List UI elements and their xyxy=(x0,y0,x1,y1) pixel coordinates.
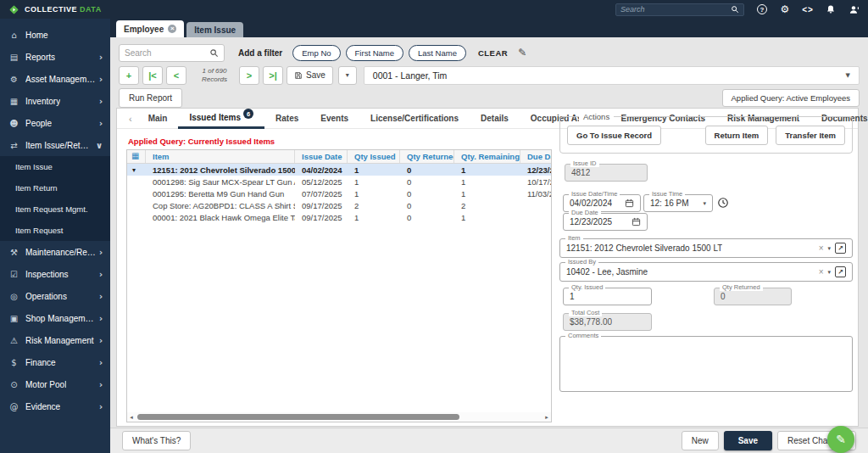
whats-this-button[interactable]: What's This? xyxy=(122,431,191,450)
clock-icon[interactable] xyxy=(717,197,729,212)
sidebar-item-risk-management[interactable]: ⚠Risk Management› xyxy=(0,329,110,351)
global-search[interactable] xyxy=(615,3,744,16)
sidebar-item-item-request[interactable]: Item Request xyxy=(0,220,110,241)
table-row[interactable]: 0001295: Beretta M9 Gun Hand Gun 07/07/2… xyxy=(127,187,552,199)
sidebar-item-shop-management[interactable]: ▣Shop Management› xyxy=(0,307,110,329)
previous-record-button[interactable]: < xyxy=(166,66,186,85)
code-icon[interactable]: <> xyxy=(802,3,814,15)
sidebar-item-operations[interactable]: ◎Operations› xyxy=(0,285,110,307)
asset-management-icon: ⚙ xyxy=(8,75,20,84)
notifications-bell-icon[interactable] xyxy=(825,3,837,15)
horizontal-scrollbar[interactable]: ◂ ▸ xyxy=(126,412,552,422)
record-search-input[interactable] xyxy=(125,48,209,58)
calendar-icon[interactable] xyxy=(625,199,634,208)
help-icon[interactable]: ? xyxy=(756,3,768,15)
search-icon[interactable] xyxy=(209,48,219,58)
column-header-item[interactable]: Item xyxy=(146,150,295,163)
combobox-arrow-icon[interactable]: ▼ xyxy=(846,72,850,79)
save-options-dropdown[interactable]: ▾ xyxy=(338,66,357,85)
table-row[interactable]: Cop Store: AG20BPD1: CLASS A Shirt Small… xyxy=(127,199,552,211)
item-dropdown-icon[interactable]: ▾ xyxy=(827,245,831,252)
scrollbar-thumb[interactable] xyxy=(137,414,459,420)
column-header-qty-issued[interactable]: Qty Issued xyxy=(348,150,400,163)
global-search-input[interactable] xyxy=(620,5,731,14)
chevron-down-icon: ∨ xyxy=(92,141,103,150)
qty-issued-field[interactable]: Qty. Issued 1 xyxy=(563,288,652,305)
sidebar-item-item-issue-return[interactable]: ⇄Item Issue/Return∨ xyxy=(0,134,110,156)
sidebar-item-people[interactable]: ☻People› xyxy=(0,112,110,134)
sidebar-item-item-request-mgmt[interactable]: Item Request Mgmt. xyxy=(0,199,110,220)
table-row[interactable]: ▾ 12151: 2012 Chevrolet Silverado 1500 L… xyxy=(127,164,552,176)
user-account-icon[interactable] xyxy=(848,3,860,15)
sidebar-item-evidence[interactable]: @Evidence› xyxy=(0,395,110,417)
clear-issued-by-icon[interactable]: × xyxy=(819,267,824,277)
sidebar-item-inventory[interactable]: ▦Inventory› xyxy=(0,90,110,112)
return-item-button[interactable]: Return Item xyxy=(705,126,769,145)
comments-textarea[interactable] xyxy=(560,337,852,391)
tab-license-certifications[interactable]: License/Certifications xyxy=(359,109,470,129)
save-button[interactable]: Save xyxy=(724,431,772,450)
tab-details[interactable]: Details xyxy=(470,109,520,129)
sidebar-item-inspections[interactable]: ☑Inspections› xyxy=(0,263,110,285)
first-record-button[interactable]: |< xyxy=(142,66,163,85)
table-row[interactable]: 00001: 2021 Black Hawk Omega Elite Tacti… xyxy=(127,211,552,223)
comments-field[interactable]: Comments xyxy=(559,336,853,392)
tab-rates[interactable]: Rates xyxy=(264,109,309,129)
tab-employee[interactable]: Employee × xyxy=(116,20,184,37)
sidebar-item-item-issue[interactable]: Item Issue xyxy=(0,156,110,177)
row-expander-icon[interactable]: ▾ xyxy=(127,166,146,174)
column-header-due-date[interactable]: Due Date xyxy=(520,150,552,163)
sidebar-item-item-return[interactable]: Item Return xyxy=(0,177,110,199)
sidebar-item-asset-management[interactable]: ⚙Asset Management› xyxy=(0,68,110,90)
sidebar-item-home[interactable]: ⌂Home xyxy=(0,24,110,46)
sidebar-item-motor-pool[interactable]: ⊙Motor Pool› xyxy=(0,373,110,395)
open-item-record-icon[interactable]: ↗ xyxy=(835,243,846,254)
last-record-button[interactable]: >| xyxy=(263,66,283,85)
clear-filters-button[interactable]: CLEAR xyxy=(478,48,508,58)
record-selector-combobox[interactable]: 0001 - Langer, Tim ▼ xyxy=(364,66,860,85)
item-combobox[interactable]: Item 12151: 2012 Chevrolet Silverado 150… xyxy=(559,238,853,258)
filter-pill-first-name[interactable]: First Name xyxy=(346,45,403,61)
add-record-button[interactable]: + xyxy=(119,66,139,85)
record-search[interactable] xyxy=(119,44,225,62)
close-tab-icon[interactable]: × xyxy=(168,25,176,33)
scroll-left-arrow-icon[interactable]: ◂ xyxy=(127,414,136,421)
issued-by-combobox[interactable]: Issued By 10402 - Lee, Jasmine × ▾ ↗ xyxy=(559,262,853,282)
tab-issued-items[interactable]: Issued Items6 xyxy=(178,109,264,129)
open-issued-by-record-icon[interactable]: ↗ xyxy=(835,266,846,277)
table-row[interactable]: 0001298: Sig Saur MCX-Spear LT Gun AR 05… xyxy=(127,176,552,187)
edit-filters-pencil-icon[interactable]: ✎ xyxy=(518,47,526,59)
column-header-qty-returned[interactable]: Qty Returned xyxy=(400,150,454,163)
new-button[interactable]: New xyxy=(682,431,719,450)
due-date-field[interactable]: Due Date 12/23/2025 xyxy=(563,213,648,231)
tab-main[interactable]: Main xyxy=(137,109,179,129)
tab-scroll-left-icon[interactable]: ‹ xyxy=(124,114,137,124)
save-record-button[interactable]: Save xyxy=(287,66,333,85)
filter-pill-last-name[interactable]: Last Name xyxy=(409,45,466,61)
motor-pool-icon: ⊙ xyxy=(8,380,20,389)
transfer-item-button[interactable]: Transfer Item xyxy=(776,126,845,145)
go-to-issue-record-button[interactable]: Go To Issue Record xyxy=(567,126,661,145)
column-header-qty-remaining[interactable]: Qty. Remaining xyxy=(454,150,520,163)
scroll-right-arrow-icon[interactable]: ▸ xyxy=(542,414,551,421)
issue-time-field[interactable]: Issue Time 12: 16 PM ▾ xyxy=(643,194,713,212)
applied-query-button[interactable]: Applied Query: Active Employees xyxy=(722,89,860,107)
filter-pill-emp-no[interactable]: Emp No xyxy=(292,45,340,61)
sidebar-item-maintenance-repairs[interactable]: ⚒Maintenance/Repairs› xyxy=(0,241,110,263)
edit-fab-pencil-icon[interactable]: ✎ xyxy=(827,426,854,453)
column-header-issue-date[interactable]: Issue Date xyxy=(295,150,348,163)
column-chooser-grid-icon[interactable]: ▦ xyxy=(127,150,146,163)
run-report-button[interactable]: Run Report xyxy=(119,88,182,108)
time-dropdown-icon[interactable]: ▾ xyxy=(703,200,706,207)
clear-item-icon[interactable]: × xyxy=(819,243,824,253)
sidebar-item-reports[interactable]: ▤Reports› xyxy=(0,46,110,68)
sidebar: ⌂Home ▤Reports› ⚙Asset Management› ▦Inve… xyxy=(0,19,110,453)
sidebar-item-finance[interactable]: $Finance› xyxy=(0,351,110,373)
tab-events[interactable]: Events xyxy=(309,109,359,129)
tab-item-issue[interactable]: Item Issue xyxy=(186,22,243,37)
issued-by-dropdown-icon[interactable]: ▾ xyxy=(827,269,831,276)
calendar-icon[interactable] xyxy=(632,217,641,226)
settings-gear-icon[interactable]: ⚙ xyxy=(779,3,791,15)
search-icon[interactable] xyxy=(731,5,739,14)
next-record-button[interactable]: > xyxy=(239,66,259,85)
